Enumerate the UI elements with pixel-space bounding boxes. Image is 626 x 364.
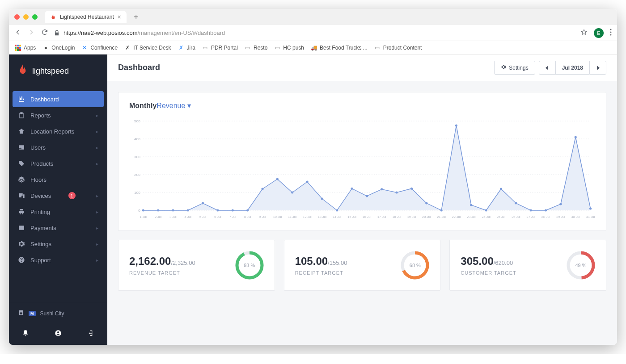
bookmark-hcpush[interactable]: ▭HC push [274,44,304,51]
svg-text:5 Jul: 5 Jul [199,215,207,219]
card-icon [18,224,25,231]
settings-button[interactable]: Settings [494,61,535,75]
next-period-button[interactable] [589,61,606,75]
chart-title[interactable]: MonthlyRevenue ▾ [129,101,595,110]
bookmark-jira[interactable]: ✗Jira [178,44,195,51]
new-tab-button[interactable]: + [134,13,139,22]
svg-text:6 Jul: 6 Jul [214,215,221,219]
svg-point-42 [381,188,383,190]
bookmark-pdr[interactable]: ▭PDR Portal [202,44,238,51]
sidebar-item-dashboard[interactable]: Dashboard [13,91,104,107]
browser-tab[interactable]: Lightspeed Restaurant × [45,11,127,23]
window-minimize-button[interactable] [23,14,29,20]
bookmark-onelogin[interactable]: ●OneLogin [42,44,75,51]
bell-icon[interactable] [22,330,29,339]
target-card-receipt-target: 105.00/155.00 RECEIPT TARGET 68 % [284,240,441,291]
svg-text:31 Jul: 31 Jul [586,215,595,219]
devices-icon [18,192,25,199]
tag-icon [18,160,25,167]
bookmark-bft[interactable]: 🚚Best Food Trucks ... [310,44,368,51]
svg-rect-9 [15,49,17,51]
sidebar-item-settings[interactable]: Settings ▸ [13,236,104,252]
svg-point-13 [57,331,59,333]
svg-point-43 [396,192,398,194]
sidebar-item-label: Devices [30,192,51,199]
svg-text:10 Jul: 10 Jul [273,215,282,219]
window-close-button[interactable] [14,14,20,20]
svg-point-34 [261,188,263,190]
svg-point-32 [232,209,234,212]
back-button[interactable] [14,29,21,38]
svg-text:200: 200 [134,173,140,177]
flame-icon [50,14,56,20]
window-maximize-button[interactable] [32,14,38,20]
line-chart: 01002003004005001 Jul2 Jul3 Jul4 Jul5 Ju… [129,119,595,222]
main: Dashboard Settings Jul 2018 [107,54,617,345]
donut-chart: 49 % [567,251,595,280]
target-card-revenue-target: 2,162.00/2,325.00 REVENUE TARGET 93 % [118,240,275,291]
svg-point-54 [559,203,562,205]
kebab-icon[interactable] [610,29,612,38]
traffic-lights [14,14,38,20]
sidebar-item-label: Printing [30,209,50,215]
svg-point-27 [157,209,159,212]
sidebar-item-payments[interactable]: Payments ▸ [13,220,104,236]
reload-button[interactable] [41,29,48,38]
logo-text: lightspeed [32,67,69,76]
apps-button[interactable]: Apps [14,44,36,51]
sidebar-item-location-reports[interactable]: Location Reports ▸ [13,123,104,139]
sidebar-item-floors[interactable]: Floors [13,172,104,188]
bookmark-confluence[interactable]: ✕Confluence [81,44,118,51]
sidebar-item-label: Products [30,160,53,167]
sidebar-item-label: Location Reports [30,128,74,135]
chevron-right-icon: ▸ [96,161,98,166]
forward-button[interactable] [28,29,35,38]
prev-period-button[interactable] [539,61,555,75]
location-selector[interactable]: M Sushi City [9,303,107,323]
store-icon [18,310,24,317]
bookmark-resto[interactable]: ▭Resto [244,44,267,51]
donut-chart: 68 % [401,251,429,280]
svg-text:18 Jul: 18 Jul [392,215,401,219]
date-selector: Jul 2018 [539,61,606,75]
svg-text:400: 400 [134,137,140,141]
sidebar-item-products[interactable]: Products ▸ [13,155,104,172]
svg-point-39 [336,209,338,212]
sidebar-item-reports[interactable]: Reports ▸ [13,107,104,123]
svg-point-31 [216,209,219,212]
svg-text:22 Jul: 22 Jul [452,215,461,219]
sidebar-item-support[interactable]: Support ▸ [13,252,104,268]
bookmark-itsd[interactable]: ✗IT Service Desk [124,44,171,51]
svg-point-37 [306,181,308,183]
svg-point-48 [470,204,472,206]
sidebar-item-label: Reports [30,112,51,119]
period-label[interactable]: Jul 2018 [555,61,589,75]
sidebar-item-users[interactable]: Users ▸ [13,139,104,155]
svg-point-1 [610,31,612,33]
user-icon[interactable] [55,330,62,339]
chevron-right-icon: ▸ [96,113,98,118]
sidebar-item-label: Users [30,144,46,151]
svg-point-26 [142,209,144,212]
sidebar-item-printing[interactable]: Printing ▸ [13,204,104,220]
folder-icon: ▭ [202,44,209,51]
close-icon[interactable]: × [118,13,121,21]
svg-point-2 [610,34,612,35]
star-icon[interactable] [580,29,588,38]
svg-text:21 Jul: 21 Jul [437,215,446,219]
circle-icon: ● [42,44,49,51]
svg-text:15 Jul: 15 Jul [347,215,356,219]
profile-avatar[interactable]: E [594,28,604,38]
logout-icon[interactable] [87,330,94,339]
donut-chart: 93 % [235,251,264,280]
url-field[interactable]: https://nae2-web.posios.com/management/e… [54,29,575,36]
svg-text:100: 100 [134,191,140,195]
sidebar-item-devices[interactable]: Devices 1 ▸ [13,188,104,204]
wrench-icon: ✗ [124,44,131,51]
folder-icon: ▭ [244,44,251,51]
logo: lightspeed [9,54,107,88]
donut-percent: 49 % [567,251,595,280]
bookmark-product[interactable]: ▭Product Content [374,44,422,51]
sidebar-item-label: Floors [30,176,47,183]
svg-text:0: 0 [138,209,140,213]
